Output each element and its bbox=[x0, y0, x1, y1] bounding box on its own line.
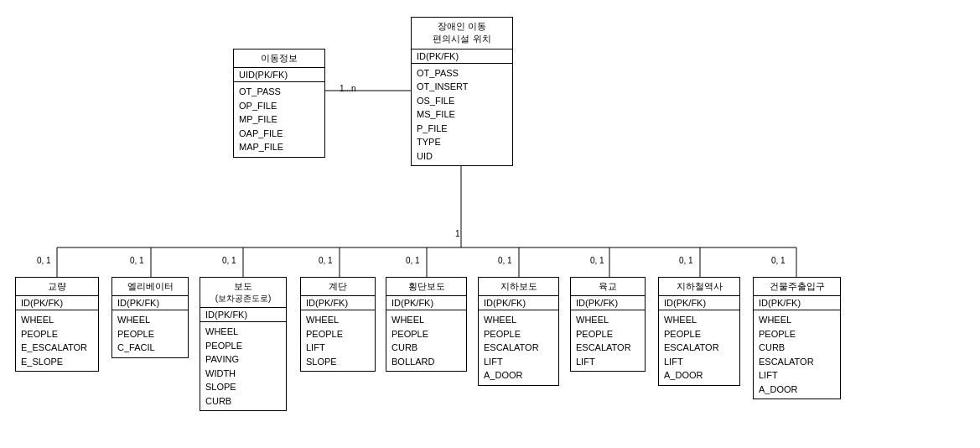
entity-building-entrance-header: 건물주출입구 bbox=[754, 278, 840, 296]
field: PEOPLE bbox=[21, 327, 93, 341]
entity-underpass: 지하보도 ID(PK/FK) WHEEL PEOPLE ESCALATOR LI… bbox=[478, 277, 559, 386]
entity-subway-station-pk: ID(PK/FK) bbox=[659, 296, 739, 310]
label-stairs-rel: 0, 1 bbox=[319, 256, 333, 265]
field: PEOPLE bbox=[306, 327, 370, 341]
entity-crosswalk-header: 횡단보도 bbox=[386, 278, 466, 296]
entity-building-entrance: 건물주출입구 ID(PK/FK) WHEEL PEOPLE CURB ESCAL… bbox=[753, 277, 841, 399]
field: CURB bbox=[205, 394, 281, 409]
field: MAP_FILE bbox=[239, 140, 319, 154]
field: PEOPLE bbox=[391, 327, 461, 341]
field: OT_INSERT bbox=[417, 80, 507, 94]
field: PEOPLE bbox=[759, 327, 835, 341]
field: WHEEL bbox=[391, 313, 461, 327]
entity-elevator-body: WHEEL PEOPLE C_FACIL bbox=[112, 310, 188, 357]
label-subway-rel: 0, 1 bbox=[679, 256, 693, 265]
field: OT_PASS bbox=[417, 66, 507, 81]
entity-stairs: 계단 ID(PK/FK) WHEEL PEOPLE LIFT SLOPE bbox=[300, 277, 376, 372]
field: OP_FILE bbox=[239, 99, 319, 113]
field: LIFT bbox=[759, 368, 835, 383]
entity-elevator-header: 엘리베이터 bbox=[112, 278, 188, 296]
entity-underpass-header: 지하보도 bbox=[479, 278, 558, 296]
entity-elevator: 엘리베이터 ID(PK/FK) WHEEL PEOPLE C_FACIL bbox=[111, 277, 189, 358]
field: PAVING bbox=[205, 352, 281, 367]
field: PEOPLE bbox=[484, 327, 553, 341]
entity-mobility-info-pk: UID(PK/FK) bbox=[234, 68, 324, 82]
entity-disability-facility-body: OT_PASS OT_INSERT OS_FILE MS_FILE P_FILE… bbox=[412, 64, 512, 166]
field: A_DOOR bbox=[759, 383, 835, 397]
entity-building-entrance-pk: ID(PK/FK) bbox=[754, 296, 840, 310]
field: LIFT bbox=[576, 355, 640, 369]
field: PEOPLE bbox=[117, 327, 183, 341]
label-building-rel: 0, 1 bbox=[771, 256, 786, 265]
field: OT_PASS bbox=[239, 85, 319, 99]
label-underpass-rel: 0, 1 bbox=[498, 256, 512, 265]
label-bridge-rel: 0, 1 bbox=[37, 256, 51, 265]
entity-mobility-info-header: 이동정보 bbox=[234, 49, 324, 68]
field: ESCALATOR bbox=[484, 341, 553, 355]
entity-overpass: 육교 ID(PK/FK) WHEEL PEOPLE ESCALATOR LIFT bbox=[570, 277, 646, 372]
entity-disability-facility: 장애인 이동편의시설 위치 ID(PK/FK) OT_PASS OT_INSER… bbox=[411, 17, 513, 166]
entity-mobility-info-body: OT_PASS OP_FILE MP_FILE OAP_FILE MAP_FIL… bbox=[234, 82, 324, 157]
entity-crosswalk-body: WHEEL PEOPLE CURB BOLLARD bbox=[386, 310, 466, 371]
entity-sidewalk-body: WHEEL PEOPLE PAVING WIDTH SLOPE CURB bbox=[200, 322, 286, 410]
field: TYPE bbox=[417, 135, 507, 149]
rel-label-bottom-1: 1 bbox=[455, 229, 460, 238]
label-elevator-rel: 0, 1 bbox=[130, 256, 144, 265]
field: E_SLOPE bbox=[21, 355, 93, 369]
entity-bridge-pk: ID(PK/FK) bbox=[16, 296, 98, 310]
entity-overpass-body: WHEEL PEOPLE ESCALATOR LIFT bbox=[571, 310, 645, 371]
field: WHEEL bbox=[484, 313, 553, 327]
label-crosswalk-rel: 0, 1 bbox=[406, 256, 420, 265]
field: E_ESCALATOR bbox=[21, 341, 93, 355]
field: MP_FILE bbox=[239, 112, 319, 127]
field: WHEEL bbox=[306, 313, 370, 327]
entity-underpass-pk: ID(PK/FK) bbox=[479, 296, 558, 310]
field: OAP_FILE bbox=[239, 127, 319, 141]
field: BOLLARD bbox=[391, 355, 461, 369]
entity-bridge-body: WHEEL PEOPLE E_ESCALATOR E_SLOPE bbox=[16, 310, 98, 371]
field: WHEEL bbox=[576, 313, 640, 327]
entity-sidewalk: 보도(보차공존도로) ID(PK/FK) WHEEL PEOPLE PAVING… bbox=[200, 277, 287, 411]
field: C_FACIL bbox=[117, 341, 183, 355]
field: PEOPLE bbox=[664, 327, 734, 341]
entity-building-entrance-body: WHEEL PEOPLE CURB ESCALATOR LIFT A_DOOR bbox=[754, 310, 840, 399]
entity-bridge: 교량 ID(PK/FK) WHEEL PEOPLE E_ESCALATOR E_… bbox=[15, 277, 99, 372]
field: CURB bbox=[759, 341, 835, 355]
field: ESCALATOR bbox=[576, 341, 640, 355]
field: PEOPLE bbox=[576, 327, 640, 341]
entity-elevator-pk: ID(PK/FK) bbox=[112, 296, 188, 310]
field: WHEEL bbox=[117, 313, 183, 327]
field: A_DOOR bbox=[484, 368, 553, 383]
field: ESCALATOR bbox=[759, 355, 835, 369]
entity-crosswalk: 횡단보도 ID(PK/FK) WHEEL PEOPLE CURB BOLLARD bbox=[386, 277, 467, 372]
field: UID bbox=[417, 149, 507, 164]
entity-crosswalk-pk: ID(PK/FK) bbox=[386, 296, 466, 310]
field: A_DOOR bbox=[664, 368, 734, 383]
field: P_FILE bbox=[417, 122, 507, 136]
entity-sidewalk-header: 보도(보차공존도로) bbox=[200, 278, 286, 308]
label-overpass-rel: 0, 1 bbox=[590, 256, 604, 265]
entity-stairs-header: 계단 bbox=[301, 278, 375, 296]
entity-underpass-body: WHEEL PEOPLE ESCALATOR LIFT A_DOOR bbox=[479, 310, 558, 385]
entity-subway-station: 지하철역사 ID(PK/FK) WHEEL PEOPLE ESCALATOR L… bbox=[658, 277, 740, 386]
field: WHEEL bbox=[759, 313, 835, 327]
erd-diagram: 1 1...n 1 0, 1 0, 1 0, 1 0, 1 0, 1 0, 1 … bbox=[0, 0, 980, 448]
entity-stairs-pk: ID(PK/FK) bbox=[301, 296, 375, 310]
entity-disability-facility-header: 장애인 이동편의시설 위치 bbox=[412, 18, 512, 49]
field: WHEEL bbox=[664, 313, 734, 327]
field: SLOPE bbox=[306, 355, 370, 369]
field: LIFT bbox=[484, 355, 553, 369]
field: WHEEL bbox=[21, 313, 93, 327]
field: PEOPLE bbox=[205, 339, 281, 353]
field: SLOPE bbox=[205, 380, 281, 394]
label-sidewalk-rel: 0, 1 bbox=[222, 256, 236, 265]
field: MS_FILE bbox=[417, 107, 507, 122]
entity-stairs-body: WHEEL PEOPLE LIFT SLOPE bbox=[301, 310, 375, 371]
field: WIDTH bbox=[205, 367, 281, 381]
entity-mobility-info: 이동정보 UID(PK/FK) OT_PASS OP_FILE MP_FILE … bbox=[233, 49, 325, 158]
field: LIFT bbox=[664, 355, 734, 369]
entity-sidewalk-pk: ID(PK/FK) bbox=[200, 308, 286, 322]
rel-label-1n: 1...n bbox=[340, 84, 355, 93]
entity-overpass-pk: ID(PK/FK) bbox=[571, 296, 645, 310]
entity-bridge-header: 교량 bbox=[16, 278, 98, 296]
